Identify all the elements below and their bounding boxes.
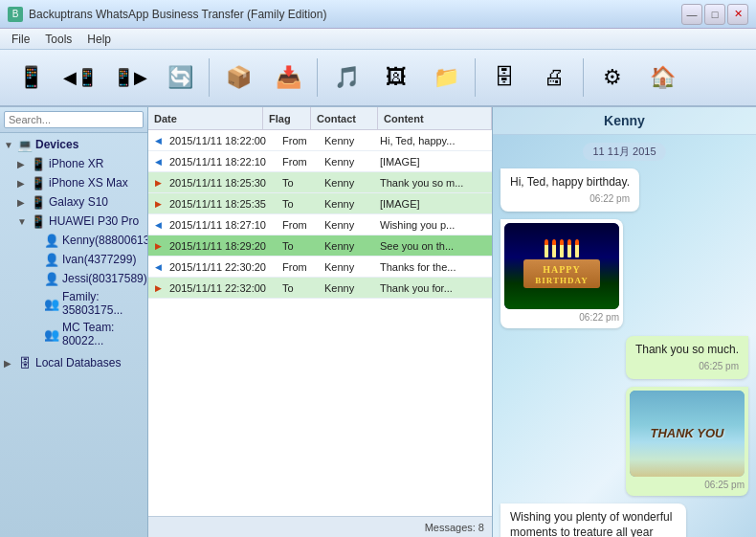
msg-date: 2015/11/11 18:22:10 bbox=[166, 156, 278, 168]
chat-text-bubble: Wishing you plenty of wonderful moments … bbox=[500, 503, 686, 537]
ivan-label: Ivan(4377299) bbox=[62, 253, 136, 266]
msg-contact: Kenny bbox=[321, 282, 376, 294]
iphone-xs-icon: 📱 bbox=[31, 175, 46, 190]
message-row[interactable]: ▶2015/11/11 22:32:00ToKennyThank you for… bbox=[148, 278, 492, 299]
sidebar: ▼ 💻 Devices ▶ 📱 iPhone XR ▶ 📱 iPhone XS … bbox=[0, 107, 148, 537]
message-status: Messages: 8 bbox=[148, 516, 492, 537]
chat-image-bubble: THANK YOU 06:25 pm bbox=[626, 387, 748, 496]
huawei-label: HUAWEI P30 Pro bbox=[49, 214, 139, 228]
msg-flag: From bbox=[278, 135, 321, 146]
photos-button[interactable]: 🖼 bbox=[373, 55, 419, 101]
send-icon: ▶ bbox=[150, 239, 166, 253]
msg-date: 2015/11/11 18:25:30 bbox=[166, 177, 278, 189]
jessi-icon: 👤 bbox=[44, 271, 59, 286]
message-row[interactable]: ◀2015/11/11 18:22:10FromKenny[IMAGE] bbox=[148, 151, 492, 172]
devices-icon: 💻 bbox=[17, 137, 33, 152]
toolbar-separator-1 bbox=[209, 58, 210, 97]
msg-contact: Kenny bbox=[321, 156, 376, 168]
toolbar-separator-2 bbox=[317, 58, 318, 97]
menu-file[interactable]: File bbox=[4, 31, 37, 48]
message-row[interactable]: ◀2015/11/11 18:22:00FromKennyHi, Ted, ha… bbox=[148, 130, 492, 151]
msg-date: 2015/11/11 22:30:20 bbox=[166, 261, 278, 273]
send-icon: ▶ bbox=[150, 197, 166, 211]
msg-content: Hi, Ted, happy... bbox=[376, 135, 492, 146]
sidebar-item-mc-team[interactable]: 👥 MC Team: 80022... bbox=[0, 319, 147, 349]
music-button[interactable]: 🎵 bbox=[323, 55, 369, 101]
msg-content: Wishing you p... bbox=[376, 219, 492, 231]
sidebar-item-jessi[interactable]: 👤 Jessi(80317589) bbox=[0, 269, 147, 288]
recv-icon: ◀ bbox=[150, 155, 166, 168]
sidebar-item-iphone-xs-max[interactable]: ▶ 📱 iPhone XS Max bbox=[0, 173, 147, 192]
restore-button[interactable]: 🔄 bbox=[157, 55, 203, 101]
col-header-date[interactable]: Date bbox=[148, 107, 263, 129]
kenny-icon: 👤 bbox=[44, 233, 59, 248]
chat-text-bubble: Thank you so much.06:25 pm bbox=[626, 336, 748, 379]
jessi-label: Jessi(80317589) bbox=[62, 272, 147, 285]
sidebar-item-huawei-p30[interactable]: ▼ 📱 HUAWEI P30 Pro bbox=[0, 212, 147, 231]
app-icon: B bbox=[8, 7, 23, 22]
import-button[interactable]: 📥 bbox=[265, 55, 311, 101]
chat-title: Kenny bbox=[493, 107, 756, 135]
sidebar-item-family[interactable]: 👥 Family: 35803175... bbox=[0, 288, 147, 319]
expand-iphone-xr-icon: ▶ bbox=[17, 159, 31, 169]
msg-date: 2015/11/11 18:27:10 bbox=[166, 219, 278, 231]
home-button[interactable]: 🏠 bbox=[639, 55, 685, 101]
recv-icon: ◀ bbox=[150, 134, 166, 147]
menu-help[interactable]: Help bbox=[79, 31, 119, 48]
chat-text-bubble: Hi, Ted, happy birthday.06:22 pm bbox=[500, 168, 639, 212]
transfer-left-button[interactable]: ◀📱 bbox=[57, 55, 103, 101]
sidebar-item-galaxy-s10[interactable]: ▶ 📱 Galaxy S10 bbox=[0, 192, 147, 212]
msg-contact: Kenny bbox=[321, 219, 376, 231]
titlebar: B Backuptrans WhatsApp Business Transfer… bbox=[0, 0, 756, 29]
kenny-label: Kenny(88800613) bbox=[62, 234, 147, 247]
maximize-button[interactable]: □ bbox=[704, 4, 725, 25]
msg-flag: To bbox=[278, 198, 321, 210]
msg-flag: From bbox=[278, 219, 321, 231]
message-row[interactable]: ◀2015/11/11 18:27:10FromKennyWishing you… bbox=[148, 214, 492, 235]
msg-content: Thank you so m... bbox=[376, 177, 492, 189]
message-row[interactable]: ▶2015/11/11 18:25:30ToKennyThank you so … bbox=[148, 172, 492, 193]
msg-contact: Kenny bbox=[321, 177, 376, 189]
menubar: File Tools Help bbox=[0, 29, 756, 50]
sidebar-item-ivan[interactable]: 👤 Ivan(4377299) bbox=[0, 250, 147, 269]
message-row[interactable]: ▶2015/11/11 18:29:20ToKennySee you on th… bbox=[148, 235, 492, 257]
birthday-image: HAPPY BIRTHDAY bbox=[504, 223, 619, 309]
toolbar-separator-3 bbox=[475, 58, 476, 97]
mcteam-label: MC Team: 80022... bbox=[62, 321, 144, 347]
toolbar-separator-4 bbox=[583, 58, 584, 97]
ivan-icon: 👤 bbox=[44, 252, 59, 267]
sidebar-item-local-db[interactable]: ▶ 🗄 Local Databases bbox=[0, 353, 147, 372]
message-row[interactable]: ▶2015/11/11 18:25:35ToKenny[IMAGE] bbox=[148, 193, 492, 214]
col-header-flag[interactable]: Flag bbox=[263, 107, 311, 129]
family-icon: 👥 bbox=[44, 296, 59, 311]
bubble-text: Thank you so much. bbox=[635, 342, 739, 358]
sidebar-item-devices[interactable]: ▼ 💻 Devices bbox=[0, 135, 147, 154]
bubble-time: 06:22 pm bbox=[504, 311, 619, 324]
chat-body: 11 11月 2015Hi, Ted, happy birthday.06:22… bbox=[493, 135, 756, 537]
backup-phone-button[interactable]: 📱 bbox=[8, 55, 54, 101]
iphone-xr-label: iPhone XR bbox=[49, 157, 103, 170]
database-button[interactable]: 🗄 bbox=[481, 55, 527, 101]
bubble-text: Hi, Ted, happy birthday. bbox=[510, 174, 630, 190]
transfer-right-button[interactable]: 📱▶ bbox=[107, 55, 153, 101]
print-button[interactable]: 🖨 bbox=[531, 55, 577, 101]
bubble-time: 06:22 pm bbox=[510, 192, 630, 206]
folder-button[interactable]: 📁 bbox=[423, 55, 469, 101]
message-list-header: Date Flag Contact Content bbox=[148, 107, 492, 130]
sidebar-item-iphone-xr[interactable]: ▶ 📱 iPhone XR bbox=[0, 154, 147, 173]
export-button[interactable]: 📦 bbox=[215, 55, 261, 101]
col-header-content[interactable]: Content bbox=[378, 107, 492, 129]
msg-date: 2015/11/11 18:25:35 bbox=[166, 198, 278, 210]
search-input[interactable] bbox=[4, 111, 144, 128]
close-button[interactable]: ✕ bbox=[727, 4, 748, 25]
sidebar-item-kenny[interactable]: 👤 Kenny(88800613) bbox=[0, 231, 147, 250]
minimize-button[interactable]: — bbox=[681, 4, 702, 25]
msg-content: Thank you for... bbox=[376, 282, 492, 294]
col-header-contact[interactable]: Contact bbox=[311, 107, 378, 129]
iphone-xs-label: iPhone XS Max bbox=[49, 176, 128, 190]
message-row[interactable]: ◀2015/11/11 22:30:20FromKennyThanks for … bbox=[148, 257, 492, 278]
menu-tools[interactable]: Tools bbox=[37, 31, 79, 48]
settings-button[interactable]: ⚙ bbox=[589, 55, 635, 101]
msg-contact: Kenny bbox=[321, 135, 376, 146]
message-list: ◀2015/11/11 18:22:00FromKennyHi, Ted, ha… bbox=[148, 130, 492, 516]
